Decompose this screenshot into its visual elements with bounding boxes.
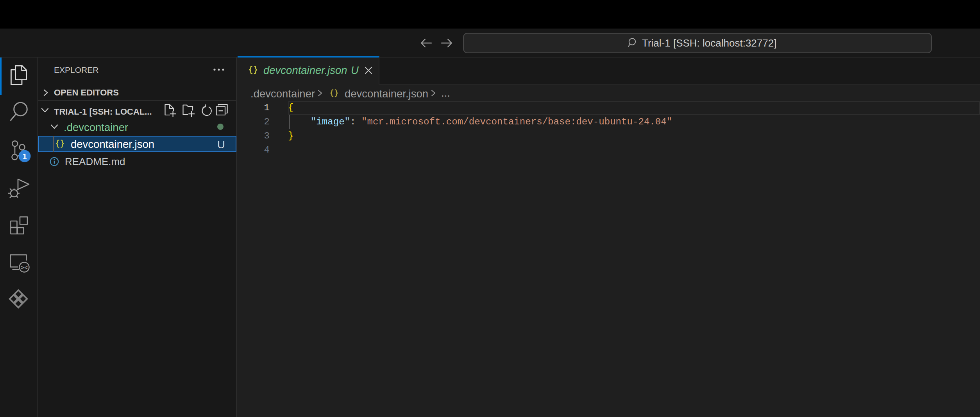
svg-text:1: 1 (22, 152, 27, 161)
svg-text:><: >< (21, 265, 28, 271)
